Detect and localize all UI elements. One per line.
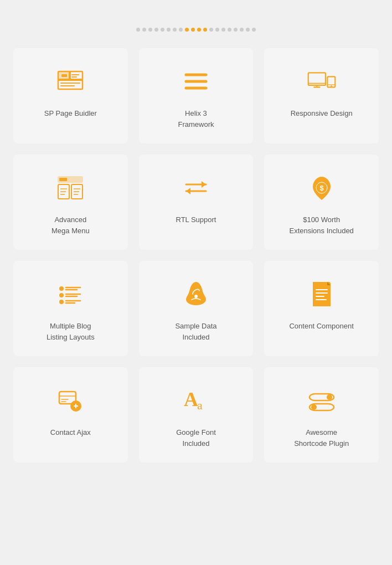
svg-rect-3 — [58, 80, 82, 89]
card-label-sample-data: Sample Data Included — [175, 321, 216, 342]
card-label-blog-listing: Multiple Blog Listing Layouts — [47, 321, 95, 342]
svg-rect-9 — [60, 83, 80, 84]
svg-rect-7 — [71, 74, 79, 75]
feature-card-blog-listing: Multiple Blog Listing Layouts — [13, 261, 128, 356]
card-label-google-font: Google Font Included — [176, 427, 216, 449]
helix-icon — [179, 65, 213, 98]
svg-marker-32 — [202, 181, 206, 188]
pagination-dot-4 — [161, 28, 164, 32]
pagination-dot-3 — [154, 28, 158, 32]
features-grid: SP Page Buidler Helix 3 Framework Respon… — [13, 48, 379, 463]
content-icon — [305, 278, 338, 311]
pagination-dot-9 — [191, 28, 195, 32]
pagination-dot-2 — [148, 28, 152, 32]
card-label-helix3: Helix 3 Framework — [178, 108, 214, 130]
pagination-dot-6 — [173, 28, 177, 32]
page-builder-icon — [54, 65, 87, 98]
rtl-icon — [179, 171, 213, 204]
feature-card-helix3: Helix 3 Framework — [139, 48, 254, 143]
feature-card-responsive-design: Responsive Design — [264, 48, 379, 143]
card-label-responsive-design: Responsive Design — [291, 108, 353, 119]
pagination-dot-7 — [179, 28, 183, 32]
feature-card-shortcode: Awesome Shortcode Plugin — [264, 367, 379, 463]
svg-text:a: a — [197, 398, 203, 412]
feature-card-sample-data: Sample Data Included — [139, 261, 254, 356]
font-icon: A a — [179, 384, 213, 417]
pagination-dot-11 — [203, 28, 207, 32]
pagination-dot-16 — [234, 28, 238, 32]
svg-point-62 — [327, 394, 332, 400]
svg-point-64 — [311, 404, 317, 410]
svg-text:A: A — [184, 388, 198, 410]
blog-icon — [54, 278, 87, 311]
pagination-dot-12 — [209, 28, 213, 32]
svg-point-37 — [59, 286, 64, 291]
feature-card-content-component: Content Component — [264, 261, 379, 356]
svg-point-46 — [194, 295, 198, 298]
card-label-shortcode: Awesome Shortcode Plugin — [294, 427, 349, 449]
card-label-rtl-support: RTL Support — [176, 214, 216, 225]
card-label-contact-ajax: Contact Ajax — [50, 427, 91, 438]
shortcode-icon — [305, 384, 338, 417]
card-label-content-component: Content Component — [289, 321, 353, 332]
responsive-icon — [305, 65, 338, 98]
svg-text:$: $ — [319, 184, 324, 192]
pagination-dot-5 — [167, 28, 171, 32]
svg-rect-10 — [60, 85, 75, 86]
pagination-dot-13 — [215, 28, 219, 32]
svg-marker-34 — [186, 188, 190, 194]
svg-point-20 — [331, 85, 332, 87]
pagination-dot-14 — [221, 28, 225, 32]
svg-rect-8 — [71, 76, 77, 78]
contact-icon — [54, 384, 87, 417]
feature-card-100-worth: $ $100 Worth Extensions Included — [264, 155, 379, 250]
sample-data-icon — [179, 278, 213, 311]
pagination-dot-15 — [228, 28, 231, 32]
mega-menu-icon — [54, 171, 87, 204]
pagination-dot-17 — [240, 28, 244, 32]
svg-rect-30 — [59, 178, 67, 181]
page-wrapper: SP Page Buidler Helix 3 Framework Respon… — [0, 0, 392, 485]
pagination-dot-18 — [246, 28, 250, 32]
pagination-dot-8 — [185, 28, 189, 32]
pagination-dots — [11, 28, 381, 32]
card-label-advanced-mega-menu: Advanced Mega Menu — [51, 214, 90, 236]
svg-rect-6 — [61, 74, 67, 77]
pagination-dot-19 — [252, 28, 256, 32]
card-label-100-worth: $100 Worth Extensions Included — [289, 214, 353, 236]
card-label-sp-page-builder: SP Page Buidler — [44, 108, 97, 119]
svg-point-40 — [59, 293, 64, 297]
svg-point-43 — [59, 300, 64, 304]
feature-card-rtl-support: RTL Support — [139, 155, 254, 250]
feature-card-contact-ajax: Contact Ajax — [13, 367, 128, 463]
pagination-dot-1 — [142, 28, 146, 32]
money-icon: $ — [305, 171, 338, 204]
feature-card-sp-page-builder: SP Page Buidler — [13, 48, 128, 143]
pagination-dot-10 — [197, 28, 201, 32]
feature-card-google-font: A a Google Font Included — [139, 367, 254, 463]
pagination-dot-0 — [136, 28, 140, 32]
feature-card-advanced-mega-menu: Advanced Mega Menu — [13, 155, 128, 250]
